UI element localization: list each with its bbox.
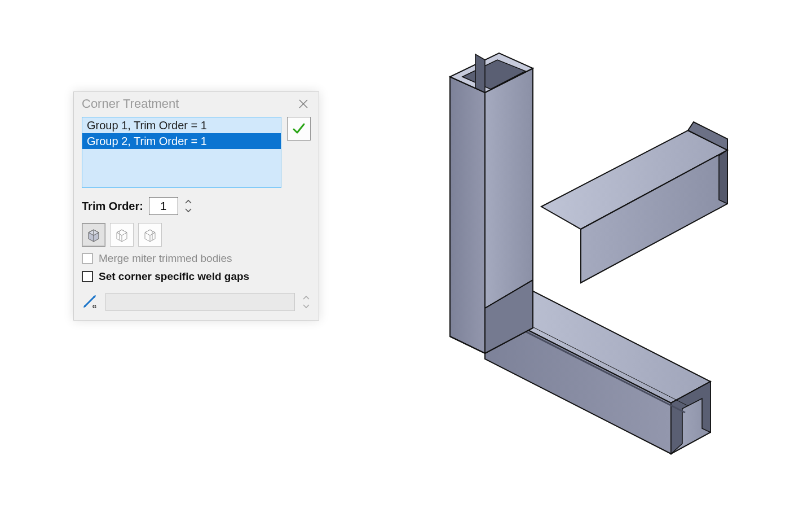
spinner-down[interactable] <box>184 207 193 214</box>
weld-gap-icon-slot: G <box>82 294 99 310</box>
group-list-item[interactable]: Group 2, Trim Order = 1 <box>82 133 281 149</box>
trim-order-label: Trim Order: <box>82 200 143 213</box>
miter-cube-icon <box>85 226 102 243</box>
checkmark-icon <box>292 121 306 136</box>
spinner-down[interactable] <box>302 303 311 310</box>
corner-treatment-dialog: Corner Treatment Group 1, Trim Order = 1… <box>73 91 319 321</box>
merge-miter-label: Merge miter trimmed bodies <box>99 252 232 265</box>
back-tube <box>541 122 727 283</box>
svg-text:G: G <box>92 304 96 309</box>
chevron-down-icon <box>185 208 192 213</box>
confirm-button[interactable] <box>287 117 311 141</box>
group-listbox[interactable]: Group 1, Trim Order = 1 Group 2, Trim Or… <box>82 117 281 188</box>
vertical-tube <box>450 53 533 353</box>
close-button[interactable] <box>296 97 311 111</box>
corner-3d-svg <box>406 37 744 455</box>
butt2-cube-icon <box>142 226 158 243</box>
set-weld-gaps-checkbox[interactable] <box>82 271 93 282</box>
close-icon <box>298 98 309 110</box>
trim-mode-butt2[interactable] <box>138 223 162 247</box>
trim-mode-row <box>74 215 319 247</box>
trim-mode-butt1[interactable] <box>110 223 134 247</box>
svg-marker-7 <box>117 230 127 235</box>
group-list-item[interactable]: Group 1, Trim Order = 1 <box>82 117 281 133</box>
svg-marker-11 <box>145 230 155 235</box>
spinner-up[interactable] <box>302 294 311 301</box>
chevron-up-icon <box>303 295 310 300</box>
weld-gap-spinner <box>302 294 311 310</box>
svg-marker-21 <box>719 150 727 204</box>
chevron-up-icon <box>185 199 192 204</box>
butt1-cube-icon <box>113 226 130 243</box>
svg-marker-32 <box>475 54 485 93</box>
trim-mode-miter[interactable] <box>82 223 105 247</box>
set-weld-gaps-row: Set corner specific weld gaps <box>74 265 319 283</box>
trim-order-spinner <box>184 198 193 214</box>
weld-gap-input[interactable] <box>105 293 295 311</box>
weld-gap-icon: G <box>82 294 98 310</box>
chevron-down-icon <box>303 304 310 309</box>
set-weld-gaps-label: Set corner specific weld gaps <box>99 270 249 283</box>
dialog-title: Corner Treatment <box>82 97 179 111</box>
weld-gap-row: G <box>74 283 319 320</box>
merge-miter-row: Merge miter trimmed bodies <box>74 247 319 265</box>
svg-marker-28 <box>450 77 485 353</box>
dialog-header: Corner Treatment <box>74 92 319 115</box>
group-list-row: Group 1, Trim Order = 1 Group 2, Trim Or… <box>74 115 319 188</box>
trim-order-input[interactable] <box>149 197 178 215</box>
corner-3d-preview <box>406 37 744 455</box>
spinner-up[interactable] <box>184 198 193 205</box>
trim-order-row: Trim Order: <box>74 188 319 215</box>
merge-miter-checkbox[interactable] <box>82 253 93 264</box>
